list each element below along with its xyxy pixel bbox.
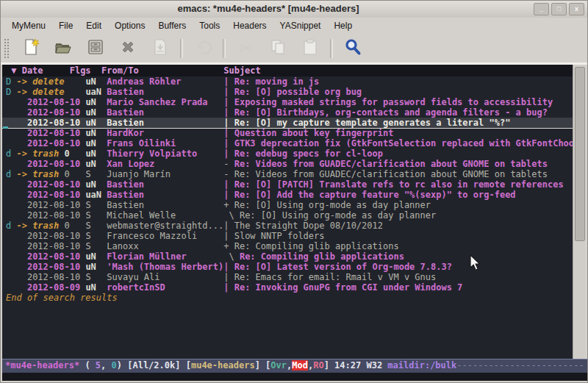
- open-folder-button[interactable]: [49, 36, 78, 61]
- save-as-icon: [151, 37, 170, 60]
- message-row[interactable]: d -> trash 0 S webmaster@straightd...| T…: [2, 221, 574, 231]
- end-of-search-results: End of search results: [2, 293, 574, 303]
- toolbar-separator: [330, 39, 333, 58]
- menu-headers[interactable]: Headers: [226, 19, 273, 32]
- toolbar-separator: [223, 39, 226, 58]
- message-row[interactable]: 2012-08-10 uN Xan Lopez - Re: Videos fro…: [2, 159, 574, 169]
- save-as-button: [146, 36, 175, 61]
- tool-bar: ✂: [1, 34, 587, 62]
- message-row[interactable]: 2012-08-10 S Bastien + Re: [O] Using org…: [2, 200, 574, 210]
- headers-column-header[interactable]: ▼ Date Flgs From/To Subject: [2, 65, 574, 76]
- message-row[interactable]: 2012-08-10 uN 'Mash (Thomas Herbert)| Re…: [2, 262, 574, 272]
- menu-yasnippet[interactable]: YASnippet: [273, 19, 328, 32]
- toolbar-drag-handle-icon[interactable]: [4, 38, 10, 59]
- save-drawer-button[interactable]: [81, 36, 110, 61]
- message-row[interactable]: 2012-08-10 S Michael Welle \ Re: [O] Usi…: [2, 210, 574, 221]
- echo-area: [2, 373, 587, 381]
- close-buffer-button[interactable]: [113, 36, 143, 61]
- paste-clipboard-icon: [301, 37, 320, 60]
- cut-scissors-icon: ✂: [239, 39, 252, 58]
- search-button[interactable]: [338, 36, 368, 61]
- menu-tools[interactable]: Tools: [193, 19, 226, 32]
- toolbar-separator: [180, 39, 183, 58]
- new-file-button[interactable]: [16, 36, 46, 61]
- message-row[interactable]: 2012-08-10 uN Bastien | Re: [O] Birthday…: [2, 107, 574, 118]
- close-button[interactable]: x: [569, 3, 584, 15]
- message-row[interactable]: d -> trash 0 uN Thierry Volpiatto | Re: …: [2, 148, 574, 159]
- close-x-icon: [118, 37, 137, 60]
- menu-options[interactable]: Options: [108, 19, 151, 32]
- mode-line: *mu4e-headers* ( 5, 0) [All/2.0k] [mu4e-…: [2, 359, 587, 373]
- message-row[interactable]: 2012-08-10 S Suvayu Ali | Re: Emacs for …: [2, 272, 574, 282]
- menu-edit[interactable]: Edit: [79, 19, 108, 32]
- message-list: D -> delete uN Andreas Röhler | Re: movi…: [2, 76, 574, 293]
- menu-buffers[interactable]: Buffers: [151, 19, 193, 32]
- mu4e-headers-buffer: ▼ Date Flgs From/To Subject D -> delete …: [2, 65, 574, 359]
- menu-file[interactable]: File: [52, 19, 79, 32]
- save-drawer-icon: [86, 37, 105, 60]
- menu-mymenu[interactable]: MyMenu: [5, 19, 52, 32]
- message-row[interactable]: D -> delete uaN Bastien | Re: [O] possib…: [2, 87, 574, 97]
- new-file-icon: [21, 37, 40, 60]
- scrollbar-thumb[interactable]: [575, 67, 585, 241]
- message-row[interactable]: 2012-08-10 uN HardKor | Question about k…: [2, 128, 574, 138]
- message-row[interactable]: 2012-08-10 uN Frans Oilinki | GTK3 depre…: [2, 138, 574, 148]
- open-folder-icon: [54, 37, 73, 60]
- menu-help[interactable]: Help: [327, 19, 359, 32]
- cut-button: ✂: [231, 36, 260, 61]
- undo-button: [188, 36, 218, 61]
- window-title: emacs: *mu4e-headers* [mu4e-headers]: [1, 3, 536, 14]
- scrollbar[interactable]: [573, 65, 585, 359]
- undo-icon: [193, 37, 212, 60]
- message-row[interactable]: 2012-08-10 uN Florian Müllner \ Re: Comp…: [2, 251, 574, 262]
- copy-button: [263, 36, 293, 61]
- copy-icon: [268, 37, 287, 60]
- message-row[interactable]: 2012-08-10 S Lanoxx + Re: Compiling glib…: [2, 241, 574, 251]
- window-controls: _□x: [534, 3, 584, 15]
- paste-button: [295, 36, 325, 61]
- message-row[interactable]: 2012-08-10 S Francesco Mazzoli | Slow NN…: [2, 231, 574, 241]
- search-magnifier-icon: [343, 37, 362, 60]
- message-row-current[interactable]: 2012-08-10 uN Bastien | Re: [O] my captu…: [2, 118, 574, 128]
- title-bar[interactable]: emacs: *mu4e-headers* [mu4e-headers] _□x: [1, 1, 587, 18]
- maximize-button[interactable]: □: [551, 3, 567, 15]
- message-row[interactable]: 2012-08-10 uaN Bastien | Re: [O] Add the…: [2, 190, 574, 200]
- message-row[interactable]: 2012-08-10 uN Bastien | Re: [O] [PATCH] …: [2, 179, 574, 190]
- message-row[interactable]: d -> trash 0 S Juanjo Marín - Re: Videos…: [2, 169, 574, 179]
- minimize-button[interactable]: _: [534, 3, 549, 15]
- message-row[interactable]: D -> delete uN Andreas Röhler | Re: movi…: [2, 76, 574, 87]
- message-row[interactable]: 2012-08-10 uN Mario Sanchez Prada | Expo…: [2, 97, 574, 107]
- message-row[interactable]: 2012-08-09 uN robertcInSD | Re: Invoking…: [2, 282, 574, 293]
- menu-bar: MyMenuFileEditOptionsBuffersToolsHeaders…: [1, 18, 587, 34]
- emacs-window: emacs: *mu4e-headers* [mu4e-headers] _□x…: [0, 0, 588, 383]
